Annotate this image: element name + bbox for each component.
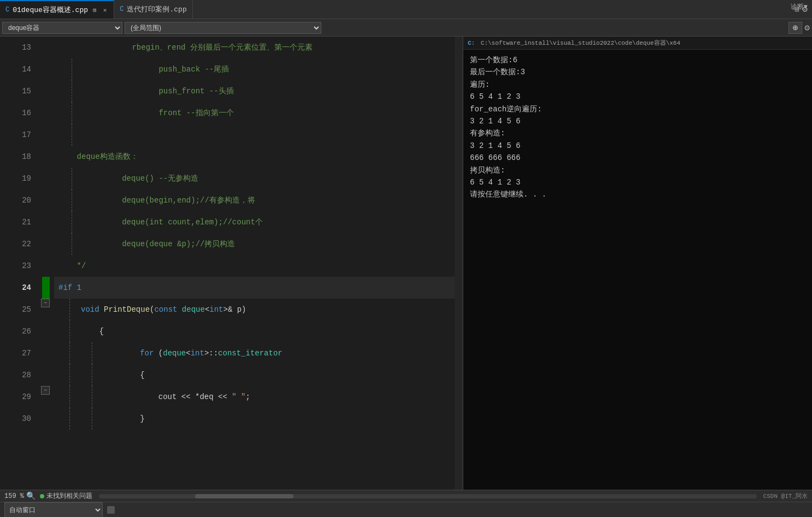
- ln-15: 15: [8, 80, 31, 102]
- terminal-body: 第一个数据:6 最后一个数据:3 遍历: 6 5 4 1 2 3 for_eac…: [463, 50, 812, 490]
- terminal-header: C: C:\software_install\visual_studio2022…: [463, 37, 812, 50]
- term-line-1: 第一个数据:6: [470, 54, 805, 66]
- indent-guide-29: [69, 386, 70, 408]
- auto-window-selector[interactable]: 自动窗口: [4, 502, 103, 518]
- encoding-label: CSDN @IT_阿水: [763, 492, 808, 500]
- tab-pin-active[interactable]: ✕: [102, 6, 109, 14]
- ln-13: 13: [8, 37, 31, 58]
- status-ok-dot: [40, 494, 44, 498]
- indent-guide-28b: [92, 364, 92, 386]
- diagnostics-status: 未找到相关问题: [40, 491, 92, 501]
- token-27-for: for: [103, 342, 158, 364]
- cpp-file-icon-2: C: [120, 5, 123, 13]
- code-area[interactable]: rbegin、rend 分别最后一个元素位置、第一个元素 push_back -…: [54, 37, 455, 490]
- vscroll[interactable]: [455, 37, 462, 490]
- term-line-11: 6 5 4 1 2 3: [470, 176, 805, 188]
- token-25-deque: deque: [182, 299, 205, 320]
- token-26: {: [81, 320, 104, 342]
- token-30: }: [103, 408, 145, 430]
- tab-label-active: 01deque容器概述.cpp: [13, 5, 88, 15]
- code-line-28: {: [54, 364, 455, 386]
- zoom-icon[interactable]: 🔍: [26, 491, 36, 501]
- terminal-path: C:\software_install\visual_studio2022\co…: [481, 40, 680, 46]
- diagnostics-label: 诊断▼: [791, 2, 808, 11]
- token-19: deque() --无参构造: [85, 168, 198, 189]
- diagnostics-text: 未找到相关问题: [46, 491, 92, 501]
- indent-guide-14: [72, 58, 72, 80]
- tab-deque-overview[interactable]: C 01deque容器概述.cpp ⊞ ✕: [0, 0, 114, 19]
- code-line-22: deque(deque &p);//拷贝构造: [54, 233, 455, 255]
- token-29-str: " ": [232, 386, 245, 408]
- terminal-panel: C: C:\software_install\visual_studio2022…: [462, 37, 812, 490]
- ln-25: 25: [8, 299, 31, 320]
- term-line-5: for_each逆向遍历:: [470, 103, 805, 115]
- indent-guide-15: [72, 80, 72, 102]
- indent-guide-17: [72, 124, 72, 146]
- term-line-6: 3 2 1 4 5 6: [470, 115, 805, 127]
- ln-20: 20: [8, 189, 31, 211]
- code-line-15: push_front --头插: [54, 80, 455, 102]
- range-selector[interactable]: (全局范围): [125, 22, 321, 34]
- code-line-14: push_back --尾插: [54, 58, 455, 80]
- code-line-20: deque(begin,end);//有参构造，将: [54, 189, 455, 211]
- term-line-7: 有参构造:: [470, 127, 805, 139]
- zoom-control[interactable]: 159 % 🔍: [4, 491, 36, 501]
- fold-btn-25[interactable]: −: [41, 299, 50, 307]
- term-line-12: 请按任意键继续. . .: [470, 188, 805, 200]
- fold-btn-27[interactable]: −: [41, 386, 50, 395]
- scope-selector[interactable]: deque容器: [2, 22, 122, 34]
- scroll-thumb[interactable]: [195, 494, 293, 498]
- ln-16: 16: [8, 102, 31, 124]
- ln-23: 23: [8, 255, 31, 277]
- main-area: 13 14 15 16 17 18 19 20 21 22 23 24 25 2…: [0, 37, 812, 490]
- tab-bar: C 01deque容器概述.cpp ⊞ ✕ C 迭代打印案例.cpp ⊞ ⚙ 诊…: [0, 0, 812, 19]
- code-line-18: deque构造函数：: [54, 146, 455, 168]
- term-line-2: 最后一个数据:3: [470, 66, 805, 78]
- indent-guide-27b: [92, 342, 92, 364]
- breakpoint-indicator: [42, 277, 50, 299]
- expand-icon[interactable]: [107, 506, 115, 514]
- token-29-semi: ;: [245, 386, 250, 408]
- token-25-void: void: [81, 299, 104, 320]
- indent-guide-28: [69, 364, 70, 386]
- token-25-p2: >& p): [223, 299, 246, 320]
- ln-29: 29: [8, 386, 31, 408]
- token-27-lt: <: [186, 342, 190, 364]
- indent-guide-30: [69, 408, 70, 430]
- indent-guide-19: [72, 168, 72, 189]
- token-27-dc: >::: [204, 342, 218, 364]
- indent-guide-21: [72, 211, 72, 233]
- ln-30: 30: [8, 408, 31, 430]
- token-21: deque(int count,elem);//count个: [85, 211, 263, 233]
- split-button[interactable]: ⊕: [789, 22, 802, 34]
- token-18: deque构造函数：: [58, 146, 138, 168]
- token-25-func: PrintDeque: [104, 299, 150, 320]
- token-20: deque(begin,end);//有参构造，将: [85, 189, 255, 211]
- toolbar: deque容器 (全局范围) ⊕ ⚙: [0, 19, 812, 37]
- code-line-29: cout << *deq << " " ;: [54, 386, 455, 408]
- editor-status-bar: 159 % 🔍 未找到相关问题 CSDN @IT_阿水: [0, 490, 812, 502]
- token-29-cout: cout << *deq <<: [103, 386, 232, 408]
- code-line-30: }: [54, 408, 455, 430]
- indent-guide-25: [69, 299, 70, 320]
- term-line-10: 拷贝构造:: [470, 164, 805, 176]
- cpp-file-icon: C: [5, 6, 9, 14]
- tab-iterator-case[interactable]: C 迭代打印案例.cpp: [114, 0, 192, 19]
- term-line-9: 666 666 666: [470, 152, 805, 164]
- tab-close-active[interactable]: ⊞: [91, 6, 98, 14]
- code-line-21: deque(int count,elem);//count个: [54, 211, 455, 233]
- term-line-8: 3 2 1 4 5 6: [470, 140, 805, 152]
- settings-gear-icon[interactable]: ⚙: [804, 22, 810, 33]
- code-line-24: #if 1: [54, 277, 455, 299]
- term-line-3: 遍历:: [470, 79, 805, 91]
- indent-guide-16: [72, 102, 72, 124]
- token-23: */: [58, 255, 86, 277]
- ln-28: 28: [8, 364, 31, 386]
- token-14: push_back --尾插: [85, 58, 229, 80]
- code-line-27: for ( deque < int >:: const_iterator: [54, 342, 455, 364]
- token-28: {: [103, 364, 145, 386]
- ln-27: 27: [8, 342, 31, 364]
- bottom-bar: 自动窗口: [0, 502, 812, 517]
- indent-guide-30b: [92, 408, 92, 430]
- ln-19: 19: [8, 168, 31, 189]
